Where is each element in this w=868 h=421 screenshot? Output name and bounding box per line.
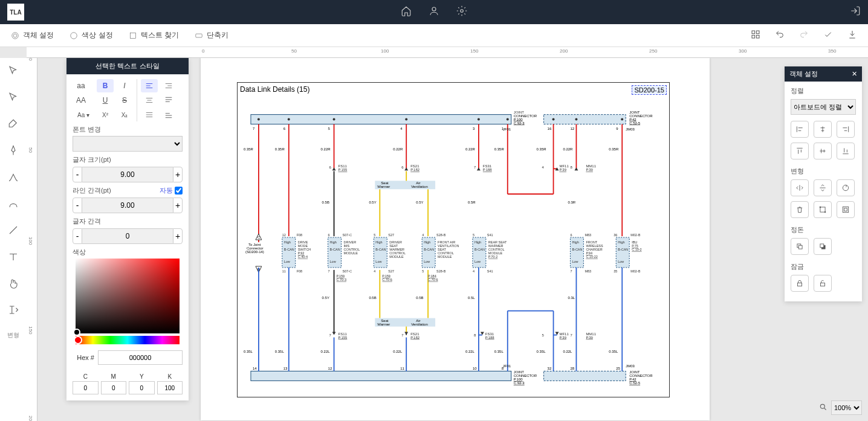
- letter-spacing-label: 글자 간격: [73, 217, 183, 226]
- send-back-icon[interactable]: [814, 238, 832, 255]
- svg-text:0.22L: 0.22L: [321, 350, 331, 354]
- hand-icon[interactable]: [8, 278, 19, 291]
- delete-icon[interactable]: [791, 201, 809, 218]
- italic-button[interactable]: I: [116, 79, 133, 92]
- curve-icon[interactable]: [8, 198, 19, 211]
- bold-button[interactable]: B: [97, 79, 114, 92]
- color-settings-button[interactable]: 색상 설정: [70, 30, 112, 40]
- wiring-diagram[interactable]: Data Link Details (15) SD200-15 JOINTCON…: [237, 82, 670, 397]
- shortcut-button[interactable]: 단축키: [195, 30, 228, 40]
- lowercase-button[interactable]: aa: [73, 79, 89, 92]
- line-icon[interactable]: [8, 225, 19, 238]
- font-size-decrease[interactable]: -: [73, 167, 82, 182]
- align-center-button[interactable]: [141, 94, 158, 107]
- letter-spacing-increase[interactable]: +: [173, 228, 183, 244]
- align-right-button[interactable]: [160, 79, 177, 92]
- color-saturation-area[interactable]: [76, 259, 180, 333]
- underline-button[interactable]: U: [97, 94, 114, 107]
- svg-text:C.40-4: C.40-4: [298, 255, 308, 259]
- anchor-icon[interactable]: [8, 172, 19, 185]
- unlock-icon[interactable]: [814, 275, 832, 292]
- svg-rect-10: [756, 35, 759, 38]
- font-family-select[interactable]: [73, 136, 183, 152]
- svg-text:MODULE: MODULE: [344, 251, 358, 255]
- svg-text:4: 4: [422, 233, 424, 237]
- font-size-input[interactable]: [82, 167, 173, 182]
- svg-text:C.52-5: C.52-5: [629, 381, 641, 385]
- svg-text:P.188: P.188: [485, 336, 495, 339]
- letter-spacing-decrease[interactable]: -: [73, 228, 82, 244]
- settings-icon[interactable]: [456, 5, 467, 19]
- svg-text:0.35L: 0.35L: [609, 350, 618, 354]
- check-icon[interactable]: [823, 30, 833, 41]
- align-bottom-button[interactable]: [160, 108, 177, 121]
- undo-icon[interactable]: [775, 30, 785, 41]
- align-bottom-icon[interactable]: [837, 143, 855, 159]
- rotate-icon[interactable]: [837, 179, 855, 196]
- svg-rect-271: [798, 245, 802, 249]
- object-settings-button[interactable]: 객체 설정: [11, 30, 54, 40]
- auto-line-spacing-checkbox[interactable]: [175, 187, 183, 194]
- cmyk-c-input[interactable]: [73, 381, 99, 394]
- direct-select-icon[interactable]: [8, 92, 19, 105]
- case-dropdown[interactable]: Aa ▾: [73, 108, 94, 121]
- font-size-increase[interactable]: +: [173, 167, 183, 182]
- right-panel-title: 객체 설정: [789, 69, 818, 79]
- subscript-button[interactable]: X₂: [116, 108, 133, 121]
- user-icon[interactable]: [429, 5, 439, 19]
- bring-front-icon[interactable]: [791, 238, 809, 255]
- svg-text:P.188: P.188: [483, 168, 493, 172]
- hue-cursor[interactable]: [74, 336, 82, 344]
- align-left-button[interactable]: [141, 79, 158, 92]
- align-left-icon[interactable]: [791, 121, 809, 138]
- svg-point-48: [507, 118, 509, 121]
- align-right-icon[interactable]: [837, 121, 855, 138]
- pen-icon[interactable]: [8, 145, 19, 158]
- cursor-icon[interactable]: [8, 65, 19, 79]
- align-top-button[interactable]: [160, 94, 177, 107]
- cmyk-y-input[interactable]: [129, 381, 155, 394]
- svg-text:High: High: [284, 240, 291, 244]
- cmyk-m-input[interactable]: [101, 381, 127, 394]
- home-icon[interactable]: [401, 5, 412, 19]
- paint-icon[interactable]: [8, 118, 19, 132]
- hex-input[interactable]: [98, 350, 183, 365]
- flip-horizontal-icon[interactable]: [791, 179, 809, 196]
- logout-icon[interactable]: [850, 5, 861, 19]
- color-cursor[interactable]: [73, 329, 80, 336]
- hue-slider[interactable]: [76, 336, 180, 344]
- export-icon[interactable]: [8, 304, 19, 318]
- letter-spacing-input[interactable]: [82, 228, 173, 244]
- align-top-icon[interactable]: [791, 143, 809, 159]
- close-icon[interactable]: ✕: [852, 70, 857, 78]
- align-target-select[interactable]: 아트보드에 정렬: [791, 99, 856, 115]
- svg-text:7: 7: [474, 166, 476, 169]
- line-spacing-input[interactable]: [82, 198, 173, 213]
- svg-point-276: [820, 404, 824, 408]
- artboard[interactable]: Data Link Details (15) SD200-15 JOINTCON…: [201, 58, 710, 420]
- lock-icon[interactable]: [791, 275, 809, 292]
- superscript-button[interactable]: X²: [97, 108, 114, 121]
- svg-text:P.39: P.39: [586, 336, 593, 339]
- download-icon[interactable]: [847, 30, 857, 41]
- text-find-button[interactable]: 텍스트 찾기: [129, 30, 179, 40]
- line-spacing-decrease[interactable]: -: [73, 198, 82, 213]
- scale-icon[interactable]: [814, 201, 832, 218]
- grid-icon[interactable]: [751, 30, 760, 41]
- zoom-search-icon[interactable]: [819, 403, 828, 413]
- zoom-select[interactable]: 100%: [831, 400, 862, 415]
- diagram-code[interactable]: SD200-15: [632, 85, 667, 95]
- redo-icon[interactable]: [799, 30, 809, 41]
- text-icon[interactable]: [8, 251, 19, 265]
- align-justify-button[interactable]: [141, 108, 158, 121]
- svg-text:S28-B: S28-B: [436, 233, 446, 237]
- align-hcenter-icon[interactable]: [814, 121, 832, 138]
- cmyk-k-input[interactable]: [157, 381, 183, 394]
- align-vcenter-icon[interactable]: [814, 143, 832, 159]
- strikethrough-button[interactable]: S: [116, 94, 133, 107]
- flip-vertical-icon[interactable]: [814, 179, 832, 196]
- uppercase-button[interactable]: AA: [73, 94, 89, 107]
- line-spacing-increase[interactable]: +: [173, 198, 183, 213]
- svg-rect-8: [756, 31, 759, 34]
- fit-icon[interactable]: [837, 201, 855, 218]
